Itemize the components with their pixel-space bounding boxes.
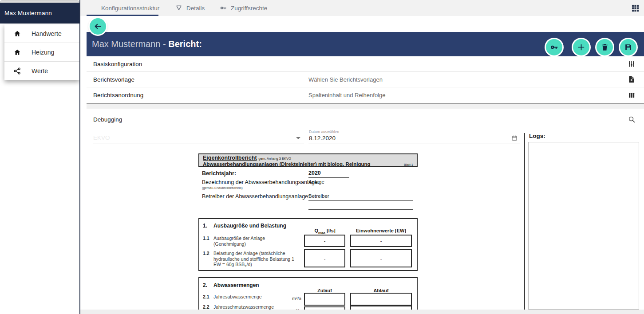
sidebar-item-handwerte[interactable]: Handwerte [4,24,79,43]
tab-label: Zugriffsrechte [231,5,267,12]
sidebar-item-label: Werte [32,67,48,75]
sidebar-item-heizung[interactable]: Heizung [4,43,79,62]
field-label-betreiber: Betreiber der Abwasserbehandlungsanlage: [202,193,310,200]
value-cell: - [304,249,345,267]
value-cell [350,306,412,310]
row-basiskonfiguration[interactable]: Basiskonfiguration [87,56,644,72]
date-picker-value: 8.12.2020 [309,135,336,141]
debugging-title: Debugging [93,116,122,123]
value-cell: - [350,235,412,247]
report-header-box: Eigenkontrollberichtgem. Anhang 3 EKVO A… [198,153,418,167]
save-button[interactable] [620,39,636,55]
logs-output [528,142,639,310]
section-1-box: 1. Ausbaugröße und Belastung Qmax [l/s] … [198,218,418,271]
back-button[interactable] [90,18,106,35]
row-value: Spalteninhalt und Reihenfolge [308,92,385,98]
page-title: Bericht: [168,39,202,49]
section-number: 2. [203,282,207,288]
logs-divider [524,133,525,310]
page-title-prefix: Max Mustermann - [92,39,168,49]
apps-grid-icon[interactable] [632,4,639,12]
section-divider [87,104,644,109]
funnel-icon [175,4,182,12]
trash-icon [601,43,609,51]
home-icon [13,30,21,38]
field-underline [308,209,413,210]
config-rows-card: Basiskonfiguration Berichtsvorlage Wähle… [87,56,644,104]
field-underline [308,177,349,178]
row-label: Jahresabwassermenge [213,294,280,300]
tab-label: Details [186,5,205,12]
debugging-card: Debugging EKVO Datum auswählen 8.12.2020… [87,109,644,310]
report-title: Eigenkontrollbericht [203,155,257,161]
tab-label: Konfigurationsstruktur [101,5,159,12]
field-value-bezeichnung: Anlage [308,179,324,184]
section-title: Abwassermengen [213,282,259,288]
row-value: Wählen Sie Berichtsvorlagen [308,76,383,83]
sidebar-item-label: Heizung [32,49,54,56]
field-value-betreiber: Betreiber [308,193,329,199]
date-picker-label: Datum auswählen [309,130,339,134]
home-icon [13,48,21,56]
unit-label: m³/a [278,296,301,301]
value-cell: - [350,249,412,267]
bottom-scroll-track[interactable] [80,310,644,314]
field-sublabel-bezeichnung: (gemäß Erlaubnisbescheid) [202,186,243,190]
column-header-qmax: Qmax [l/s] [304,228,346,235]
field-label-berichtsjahr: Berichtsjahr: [202,170,236,177]
logs-title: Logs: [529,133,545,139]
sidebar-item-werte[interactable]: Werte [4,62,79,80]
key-icon [220,4,227,12]
calendar-icon[interactable] [511,135,518,141]
back-arrow-icon [94,22,102,31]
value-cell: - [304,293,345,306]
field-label-bezeichnung: Bezeichnung der Abwasserbehandlungsanlag… [202,179,319,185]
tune-sliders-icon[interactable] [628,60,636,68]
row-label: Ausbaugröße der Anlage (Genehmigung) [213,236,284,247]
column-header-ew: Einwohnerwerte [EW] [348,228,414,233]
report-title-note: gem. Anhang 3 EKVO [259,157,291,161]
row-number: 1.2 [203,251,209,256]
report-type-select[interactable]: EKVO [93,130,304,144]
section-number: 1. [203,223,207,229]
search-icon[interactable] [628,116,636,123]
save-icon [624,43,632,51]
field-underline [308,200,413,201]
date-picker-field[interactable]: Datum auswählen 8.12.2020 [308,123,520,144]
sidebar-item-label: Handwerte [32,30,62,37]
row-berichtsanordnung[interactable]: Berichtsanordnung Spalteninhalt und Reih… [87,87,644,103]
row-number: 2.1 [203,294,209,299]
tab-bar: Konfigurationsstruktur Details Zugriffsr… [80,0,644,16]
field-underline [308,186,413,186]
row-berichtsvorlage[interactable]: Berichtsvorlage Wählen Sie Berichtsvorla… [87,72,644,87]
main-area: Konfigurationsstruktur Details Zugriffsr… [80,0,644,314]
sidebar-user-header[interactable]: Max Mustermann [0,3,79,24]
columns-icon[interactable] [628,91,636,99]
row-label: Basiskonfiguration [93,61,142,67]
share-icon [13,67,21,75]
row-number: 2.2 [203,304,209,310]
section-title: Ausbaugröße und Belastung [213,223,286,229]
note-add-icon[interactable] [628,75,636,83]
app-screen: Max Mustermann Handwerte Heizung Werte [0,0,644,314]
report-sheet-number: Blatt 1 [404,162,413,168]
row-number: 1.1 [203,236,209,241]
tab-konfigurationsstruktur[interactable]: Konfigurationsstruktur [87,0,158,16]
permissions-button[interactable] [546,39,562,55]
add-button[interactable] [573,39,589,55]
row-label: Belastung der Anlage (tatsächliche hydra… [213,251,300,267]
dropdown-arrow-icon [296,137,300,139]
report-subtitle: Abwasserbehandlungsanlagen (Direkteinlei… [203,161,371,167]
tab-zugriffsrechte[interactable]: Zugriffsrechte [220,0,267,16]
field-value-berichtsjahr: 2020 [308,170,321,176]
delete-button[interactable] [597,39,613,55]
key-icon [550,43,558,51]
select-value: EKVO [93,134,110,141]
sidebar: Max Mustermann Handwerte Heizung Werte [0,0,80,314]
value-cell: - [350,293,412,306]
row-label: Berichtsanordnung [93,92,143,98]
tab-details[interactable]: Details [175,0,205,16]
value-cell [304,306,345,310]
sidebar-menu: Handwerte Heizung Werte [4,24,79,80]
plus-icon [577,43,585,51]
